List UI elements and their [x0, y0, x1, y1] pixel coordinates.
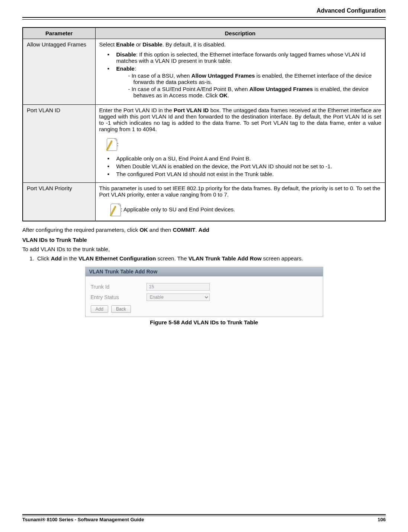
section-heading: VLAN IDs to Trunk Table — [22, 237, 386, 243]
trunk-id-label: Trunk Id — [91, 284, 147, 290]
text-bold: COMMIT — [173, 227, 195, 233]
text-bold: Port VLAN ID — [174, 107, 209, 113]
col-description: Description — [95, 27, 385, 39]
entry-status-label: Entry Status — [91, 294, 147, 300]
back-button[interactable]: Back — [111, 305, 131, 313]
list-item: The configured Port VLAN Id should not e… — [114, 171, 382, 179]
param-port-vlan-priority: Port VLAN Priority — [23, 183, 95, 221]
text-bold: VLAN Ethernet Configuration — [78, 255, 156, 262]
entry-status-select[interactable]: Enable — [147, 293, 210, 301]
text-bold: VLAN Trunk Table Add Row — [188, 255, 261, 262]
note-icon — [110, 204, 121, 216]
text-bold: OK — [219, 92, 228, 98]
desc-port-vlan-priority: This parameter is used to set IEEE 802.1… — [95, 183, 385, 221]
note-icon — [107, 138, 117, 151]
list-item: When Double VLAN is enabled on the devic… — [114, 163, 382, 171]
table-row: Port VLAN Priority This parameter is use… — [23, 183, 385, 221]
text: Click — [37, 255, 51, 262]
text-bold: Enable — [116, 65, 135, 72]
figure-caption: Figure 5-58 Add VLAN IDs to Trunk Table — [22, 319, 386, 325]
list-item: Click Add in the VLAN Ethernet Configura… — [36, 255, 386, 262]
text: - In case of a SU/End Point A/End Point … — [128, 86, 250, 92]
col-parameter: Parameter — [23, 27, 95, 39]
text: : If this option is selected, the Ethern… — [116, 51, 366, 64]
footer-page-number: 106 — [378, 517, 386, 522]
text-bold: OK — [139, 227, 148, 233]
page-section-title: Advanced Configuration — [22, 7, 386, 14]
vlan-trunk-add-panel: VLAN Trunk Table Add Row Trunk Id Entry … — [85, 267, 323, 317]
text: . — [228, 92, 229, 98]
text: : — [135, 65, 136, 72]
panel-title: VLAN Trunk Table Add Row — [86, 267, 323, 276]
text: Enter the Port VLAN ID in the — [99, 107, 174, 113]
param-allow-untagged: Allow Untagged Frames — [23, 39, 95, 105]
divider — [22, 17, 386, 18]
list-item: Applicable only on a SU, End Point A and… — [114, 155, 382, 163]
text: : Applicable only to SU and End Point de… — [121, 206, 235, 213]
footer-left: Tsunami® 8100 Series - Software Manageme… — [22, 517, 144, 522]
text: - In case of a BSU, when — [128, 72, 192, 79]
table-row: Allow Untagged Frames Select Enable or D… — [23, 39, 385, 105]
desc-allow-untagged: Select Enable or Disable. By default, it… — [95, 39, 385, 105]
desc-port-vlan-id: Enter the Port VLAN ID in the Port VLAN … — [95, 105, 385, 183]
text: : — [117, 141, 119, 147]
text: in the — [62, 255, 78, 262]
text-bold: Add — [199, 227, 209, 233]
text-bold: Enable — [116, 41, 134, 48]
text: To add VLAN IDs to the trunk table, — [22, 246, 386, 252]
text-bold: Allow Untagged Frames — [250, 86, 313, 92]
page-footer: Tsunami® 8100 Series - Software Manageme… — [22, 514, 386, 522]
parameter-table: Parameter Description Allow Untagged Fra… — [22, 27, 386, 221]
text: and then — [148, 227, 173, 233]
text: This parameter is used to set IEEE 802.1… — [99, 185, 382, 198]
text: After configuring the required parameter… — [22, 227, 139, 233]
text: . By default, it is disabled. — [163, 41, 226, 48]
param-port-vlan-id: Port VLAN ID — [23, 105, 95, 183]
text: screen. The — [156, 255, 188, 262]
divider — [22, 19, 386, 20]
text-bold: Disable — [116, 51, 136, 58]
text-bold: Allow Untagged Frames — [192, 72, 255, 79]
text: or — [135, 41, 143, 48]
text: screen appears. — [261, 255, 303, 262]
text-bold: Add — [51, 255, 62, 262]
text-bold: Disable — [142, 41, 162, 48]
add-button[interactable]: Add — [91, 305, 108, 313]
text: Select — [99, 41, 116, 48]
trunk-id-input[interactable] — [147, 283, 210, 291]
table-row: Port VLAN ID Enter the Port VLAN ID in t… — [23, 105, 385, 183]
text: . — [195, 227, 198, 233]
